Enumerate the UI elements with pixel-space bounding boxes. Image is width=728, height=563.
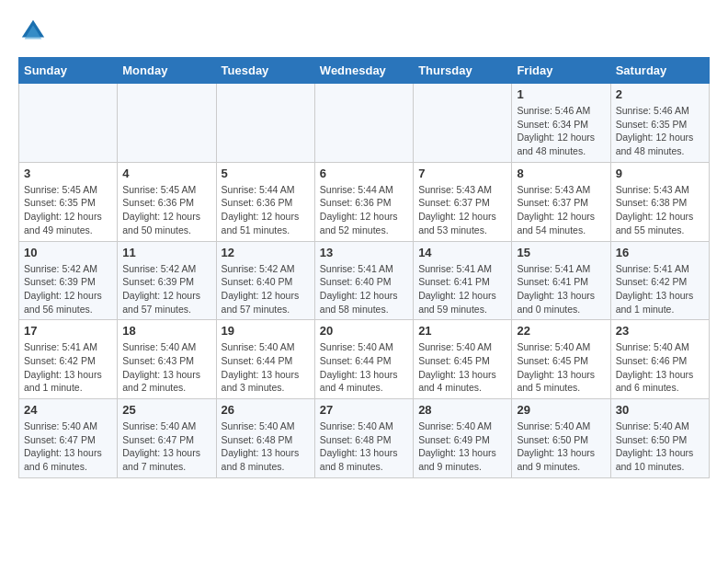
calendar-cell: 26Sunrise: 5:40 AM Sunset: 6:48 PM Dayli… (216, 399, 314, 478)
logo-icon (20, 18, 46, 44)
day-number: 2 (616, 87, 704, 101)
day-info: Sunrise: 5:43 AM Sunset: 6:38 PM Dayligh… (616, 183, 704, 237)
day-number: 30 (616, 403, 704, 417)
day-of-week-header: Saturday (610, 58, 709, 84)
calendar-cell: 6Sunrise: 5:44 AM Sunset: 6:36 PM Daylig… (314, 162, 413, 241)
calendar-cell: 11Sunrise: 5:42 AM Sunset: 6:39 PM Dayli… (118, 241, 216, 320)
calendar-cell: 27Sunrise: 5:40 AM Sunset: 6:48 PM Dayli… (314, 399, 413, 478)
day-info: Sunrise: 5:42 AM Sunset: 6:40 PM Dayligh… (222, 262, 310, 316)
day-number: 11 (122, 246, 210, 259)
day-number: 26 (222, 403, 310, 417)
day-info: Sunrise: 5:44 AM Sunset: 6:36 PM Dayligh… (222, 183, 310, 237)
day-info: Sunrise: 5:41 AM Sunset: 6:42 PM Dayligh… (616, 262, 704, 316)
day-number: 8 (517, 167, 605, 180)
calendar-week-row: 17Sunrise: 5:41 AM Sunset: 6:42 PM Dayli… (19, 320, 710, 399)
day-info: Sunrise: 5:40 AM Sunset: 6:44 PM Dayligh… (320, 340, 408, 395)
calendar-table: SundayMondayTuesdayWednesdayThursdayFrid… (18, 57, 710, 478)
day-number: 18 (122, 324, 210, 338)
day-info: Sunrise: 5:40 AM Sunset: 6:50 PM Dayligh… (616, 419, 704, 474)
calendar-cell: 24Sunrise: 5:40 AM Sunset: 6:47 PM Dayli… (19, 399, 118, 478)
day-info: Sunrise: 5:40 AM Sunset: 6:50 PM Dayligh… (517, 419, 605, 474)
day-number: 23 (616, 324, 704, 338)
day-number: 17 (24, 324, 112, 338)
day-number: 4 (122, 167, 210, 180)
day-number: 6 (320, 167, 408, 180)
day-info: Sunrise: 5:42 AM Sunset: 6:39 PM Dayligh… (122, 262, 210, 316)
day-number: 16 (616, 246, 704, 259)
day-number: 22 (517, 324, 605, 338)
logo (18, 18, 50, 48)
day-number: 7 (418, 167, 506, 180)
calendar-cell: 2Sunrise: 5:46 AM Sunset: 6:35 PM Daylig… (610, 84, 709, 163)
day-info: Sunrise: 5:40 AM Sunset: 6:47 PM Dayligh… (24, 419, 112, 474)
day-info: Sunrise: 5:40 AM Sunset: 6:49 PM Dayligh… (418, 419, 506, 474)
calendar-cell (314, 84, 413, 163)
day-number: 1 (517, 87, 605, 101)
day-of-week-header: Thursday (414, 58, 512, 84)
calendar-cell: 21Sunrise: 5:40 AM Sunset: 6:45 PM Dayli… (414, 320, 512, 399)
day-number: 19 (222, 324, 310, 338)
day-number: 3 (24, 167, 112, 180)
day-info: Sunrise: 5:40 AM Sunset: 6:46 PM Dayligh… (616, 340, 704, 395)
day-number: 24 (24, 403, 112, 417)
calendar-cell: 12Sunrise: 5:42 AM Sunset: 6:40 PM Dayli… (216, 241, 314, 320)
day-info: Sunrise: 5:40 AM Sunset: 6:43 PM Dayligh… (122, 340, 210, 395)
day-of-week-header: Friday (512, 58, 610, 84)
calendar-cell: 19Sunrise: 5:40 AM Sunset: 6:44 PM Dayli… (216, 320, 314, 399)
calendar-cell: 17Sunrise: 5:41 AM Sunset: 6:42 PM Dayli… (19, 320, 118, 399)
day-number: 15 (517, 246, 605, 259)
day-info: Sunrise: 5:46 AM Sunset: 6:35 PM Dayligh… (616, 104, 704, 158)
day-info: Sunrise: 5:43 AM Sunset: 6:37 PM Dayligh… (517, 183, 605, 237)
day-info: Sunrise: 5:44 AM Sunset: 6:36 PM Dayligh… (320, 183, 408, 237)
calendar-cell: 7Sunrise: 5:43 AM Sunset: 6:37 PM Daylig… (414, 162, 512, 241)
calendar-cell (414, 84, 512, 163)
calendar-cell (19, 84, 118, 163)
calendar-week-row: 10Sunrise: 5:42 AM Sunset: 6:39 PM Dayli… (19, 241, 710, 320)
calendar-cell: 1Sunrise: 5:46 AM Sunset: 6:34 PM Daylig… (512, 84, 610, 163)
day-of-week-header: Monday (118, 58, 216, 84)
day-number: 14 (418, 246, 506, 259)
day-info: Sunrise: 5:41 AM Sunset: 6:42 PM Dayligh… (24, 340, 112, 395)
day-info: Sunrise: 5:45 AM Sunset: 6:35 PM Dayligh… (24, 183, 112, 237)
calendar-cell: 8Sunrise: 5:43 AM Sunset: 6:37 PM Daylig… (512, 162, 610, 241)
calendar-week-row: 24Sunrise: 5:40 AM Sunset: 6:47 PM Dayli… (19, 399, 710, 478)
page-header (18, 18, 710, 48)
day-info: Sunrise: 5:42 AM Sunset: 6:39 PM Dayligh… (24, 262, 112, 316)
calendar-cell: 20Sunrise: 5:40 AM Sunset: 6:44 PM Dayli… (314, 320, 413, 399)
day-info: Sunrise: 5:45 AM Sunset: 6:36 PM Dayligh… (122, 183, 210, 237)
calendar-cell: 10Sunrise: 5:42 AM Sunset: 6:39 PM Dayli… (19, 241, 118, 320)
day-info: Sunrise: 5:40 AM Sunset: 6:48 PM Dayligh… (320, 419, 408, 474)
day-number: 10 (24, 246, 112, 259)
calendar-cell: 4Sunrise: 5:45 AM Sunset: 6:36 PM Daylig… (118, 162, 216, 241)
day-info: Sunrise: 5:43 AM Sunset: 6:37 PM Dayligh… (418, 183, 506, 237)
day-info: Sunrise: 5:41 AM Sunset: 6:41 PM Dayligh… (517, 262, 605, 316)
day-info: Sunrise: 5:40 AM Sunset: 6:45 PM Dayligh… (418, 340, 506, 395)
day-info: Sunrise: 5:41 AM Sunset: 6:41 PM Dayligh… (418, 262, 506, 316)
calendar-cell: 25Sunrise: 5:40 AM Sunset: 6:47 PM Dayli… (118, 399, 216, 478)
day-of-week-header: Tuesday (216, 58, 314, 84)
calendar-cell: 22Sunrise: 5:40 AM Sunset: 6:45 PM Dayli… (512, 320, 610, 399)
calendar-week-row: 1Sunrise: 5:46 AM Sunset: 6:34 PM Daylig… (19, 84, 710, 163)
day-info: Sunrise: 5:40 AM Sunset: 6:48 PM Dayligh… (222, 419, 310, 474)
calendar-cell: 29Sunrise: 5:40 AM Sunset: 6:50 PM Dayli… (512, 399, 610, 478)
day-number: 12 (222, 246, 310, 259)
calendar-header-row: SundayMondayTuesdayWednesdayThursdayFrid… (19, 58, 710, 84)
calendar-week-row: 3Sunrise: 5:45 AM Sunset: 6:35 PM Daylig… (19, 162, 710, 241)
day-info: Sunrise: 5:41 AM Sunset: 6:40 PM Dayligh… (320, 262, 408, 316)
day-number: 29 (517, 403, 605, 417)
calendar-cell: 15Sunrise: 5:41 AM Sunset: 6:41 PM Dayli… (512, 241, 610, 320)
day-number: 13 (320, 246, 408, 259)
day-number: 20 (320, 324, 408, 338)
calendar-cell: 30Sunrise: 5:40 AM Sunset: 6:50 PM Dayli… (610, 399, 709, 478)
calendar-cell: 18Sunrise: 5:40 AM Sunset: 6:43 PM Dayli… (118, 320, 216, 399)
day-info: Sunrise: 5:46 AM Sunset: 6:34 PM Dayligh… (517, 104, 605, 158)
calendar-cell: 23Sunrise: 5:40 AM Sunset: 6:46 PM Dayli… (610, 320, 709, 399)
calendar-cell: 16Sunrise: 5:41 AM Sunset: 6:42 PM Dayli… (610, 241, 709, 320)
calendar-cell: 28Sunrise: 5:40 AM Sunset: 6:49 PM Dayli… (414, 399, 512, 478)
calendar-cell (216, 84, 314, 163)
day-number: 9 (616, 167, 704, 180)
day-number: 21 (418, 324, 506, 338)
calendar-cell: 3Sunrise: 5:45 AM Sunset: 6:35 PM Daylig… (19, 162, 118, 241)
calendar-cell: 5Sunrise: 5:44 AM Sunset: 6:36 PM Daylig… (216, 162, 314, 241)
day-of-week-header: Sunday (19, 58, 118, 84)
